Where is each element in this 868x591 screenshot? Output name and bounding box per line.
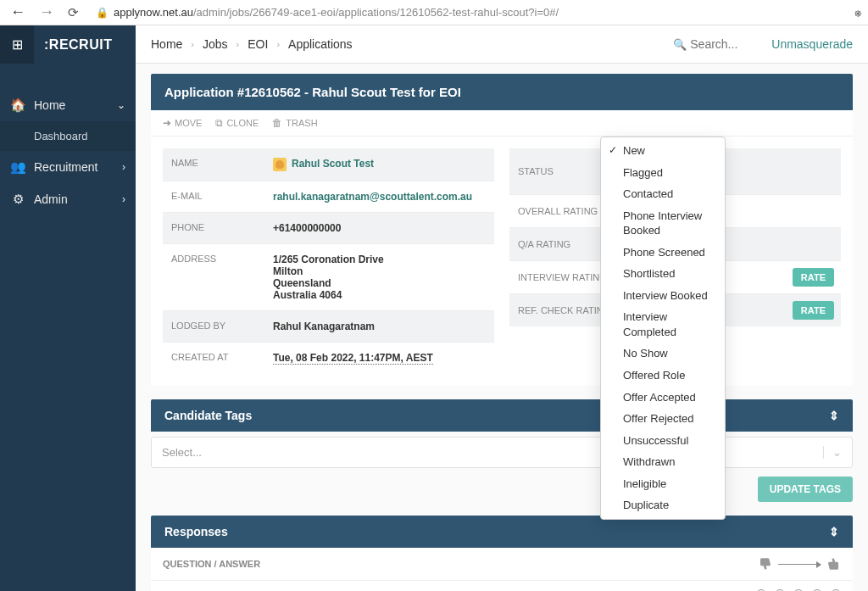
search-icon: 🔍 <box>673 38 687 51</box>
responses-col-header: QUESTION / ANSWER <box>163 559 260 569</box>
status-option[interactable]: Offered Role <box>601 365 725 387</box>
lodged-by: Rahul Kanagaratnam <box>264 311 494 342</box>
crumb-eoi[interactable]: EOI <box>248 37 268 51</box>
main-content: Home › Jobs › EOI › Applications 🔍 Unmas… <box>136 25 868 591</box>
details-panel: NAME Rahul Scout Test E-MAIL rahul.kanag… <box>151 137 853 386</box>
location-icon[interactable]: ⎈ <box>854 6 861 20</box>
chevron-right-icon: › <box>276 39 280 49</box>
status-option[interactable]: No Show <box>601 343 725 365</box>
status-option[interactable]: Flagged <box>601 162 725 184</box>
created-at: Tue, 08 Feb 2022, 11:47PM, AEST <box>264 343 494 374</box>
url-path: /admin/jobs/266749-ace1-eoi/applications… <box>193 6 559 19</box>
crumb-applications[interactable]: Applications <box>288 37 353 51</box>
responses-header-row: QUESTION / ANSWER <box>151 548 853 581</box>
tags-select[interactable]: Select... ⌄ <box>151 437 853 468</box>
nav-home-label: Home <box>34 98 108 112</box>
back-icon[interactable]: ← <box>7 3 29 21</box>
expand-icon[interactable]: ⇕ <box>829 409 839 422</box>
trash-button[interactable]: 🗑TRASH <box>272 117 317 129</box>
apps-grid-icon[interactable]: ⊞ <box>0 25 34 64</box>
unmasquerade-link[interactable]: Unmasquerade <box>771 37 853 51</box>
avatar-icon <box>273 158 287 171</box>
url-domain: applynow.net.au <box>114 6 193 19</box>
status-option[interactable]: Offer Rejected <box>601 408 725 430</box>
breadcrumb: Home › Jobs › EOI › Applications <box>151 37 353 51</box>
status-option[interactable]: Duplicate <box>601 494 725 516</box>
lock-icon: 🔒 <box>96 7 108 19</box>
chevron-down-icon[interactable]: ⌄ <box>823 446 842 459</box>
status-option[interactable]: Offer Accepted <box>601 387 725 409</box>
label-lodged: LODGED BY <box>163 311 264 342</box>
label-name: NAME <box>163 148 264 181</box>
clone-icon: ⧉ <box>215 117 223 129</box>
action-toolbar: ➜MOVE ⧉CLONE 🗑TRASH <box>151 110 853 137</box>
status-option[interactable]: Interview Completed <box>601 306 725 343</box>
chevron-down-icon: ⌄ <box>117 99 125 111</box>
thumbs-down-icon <box>758 556 773 571</box>
chevron-right-icon: › <box>236 39 240 49</box>
response-row: Do you have the legal right to live and … <box>151 581 853 591</box>
status-option[interactable]: Contacted <box>601 183 725 205</box>
forward-icon[interactable]: → <box>36 3 58 21</box>
nav-dashboard[interactable]: Dashboard <box>0 121 136 151</box>
nav-admin[interactable]: ⚙ Admin › <box>0 183 136 215</box>
status-option[interactable]: Withdrawn <box>601 451 725 473</box>
rate-ref-button[interactable]: RATE <box>793 301 834 320</box>
search-input[interactable] <box>690 37 758 51</box>
candidate-phone: +61400000000 <box>264 213 494 243</box>
candidate-email-link[interactable]: rahul.kanagaratnam@scouttalent.com.au <box>264 181 494 212</box>
crumb-jobs[interactable]: Jobs <box>203 37 228 51</box>
label-email: E-MAIL <box>163 181 264 212</box>
users-icon: 👥 <box>10 159 25 175</box>
nav-recruitment-label: Recruitment <box>34 160 114 174</box>
move-icon: ➜ <box>163 117 171 129</box>
page-title: Application #12610562 - Rahul Scout Test… <box>151 74 853 110</box>
brand-logo: :RECRUIT <box>34 37 136 53</box>
url-bar[interactable]: 🔒 applynow.net.au/admin/jobs/266749-ace1… <box>89 6 848 19</box>
reload-icon[interactable]: ⟳ <box>64 5 82 20</box>
tags-placeholder: Select... <box>162 446 202 459</box>
status-option[interactable]: Shortlisted <box>601 263 725 285</box>
update-tags-button[interactable]: UPDATE TAGS <box>758 477 853 502</box>
candidate-name-link[interactable]: Rahul Scout Test <box>264 148 494 181</box>
section-responses: Responses ⇕ <box>151 516 853 548</box>
topbar: Home › Jobs › EOI › Applications 🔍 Unmas… <box>136 25 868 64</box>
label-created: CREATED AT <box>163 343 264 374</box>
details-left: NAME Rahul Scout Test E-MAIL rahul.kanag… <box>163 148 494 374</box>
status-option[interactable]: New <box>601 140 725 162</box>
gear-icon: ⚙ <box>10 192 25 207</box>
crumb-home[interactable]: Home <box>151 37 182 51</box>
label-phone: PHONE <box>163 213 264 243</box>
status-option[interactable]: Ineligible <box>601 473 725 495</box>
thumbs-up-icon <box>826 556 841 571</box>
chevron-right-icon: › <box>122 161 125 173</box>
chevron-right-icon: › <box>122 193 125 205</box>
candidate-address: 1/265 Coronation Drive Milton Queensland… <box>264 244 494 310</box>
move-button[interactable]: ➜MOVE <box>163 117 202 129</box>
label-address: ADDRESS <box>163 244 264 310</box>
chevron-right-icon: › <box>191 39 194 49</box>
status-option[interactable]: Interview Booked <box>601 285 725 307</box>
expand-icon[interactable]: ⇕ <box>829 525 839 538</box>
nav-recruitment[interactable]: 👥 Recruitment › <box>0 151 136 183</box>
trash-icon: 🗑 <box>272 117 282 129</box>
status-option[interactable]: Phone Screened <box>601 242 725 264</box>
browser-chrome: ← → ⟳ 🔒 applynow.net.au/admin/jobs/26674… <box>0 0 868 25</box>
nav-home[interactable]: 🏠 Home ⌄ <box>0 89 136 121</box>
home-icon: 🏠 <box>10 98 25 113</box>
status-dropdown[interactable]: NewFlaggedContactedPhone Interview Booke… <box>600 137 726 520</box>
status-option[interactable]: Unsuccessful <box>601 430 725 452</box>
arrow-line-icon <box>778 564 821 565</box>
sidebar: ⊞ :RECRUIT 🏠 Home ⌄ Dashboard 👥 Recruitm… <box>0 25 136 591</box>
status-option[interactable]: Phone Interview Booked <box>601 205 725 242</box>
search-wrap[interactable]: 🔍 <box>673 37 758 51</box>
nav-admin-label: Admin <box>34 192 114 206</box>
rate-interview-button[interactable]: RATE <box>793 268 834 287</box>
sidebar-header: ⊞ :RECRUIT <box>0 25 136 64</box>
clone-button[interactable]: ⧉CLONE <box>215 117 259 129</box>
section-candidate-tags: Candidate Tags ⇕ <box>151 399 853 432</box>
